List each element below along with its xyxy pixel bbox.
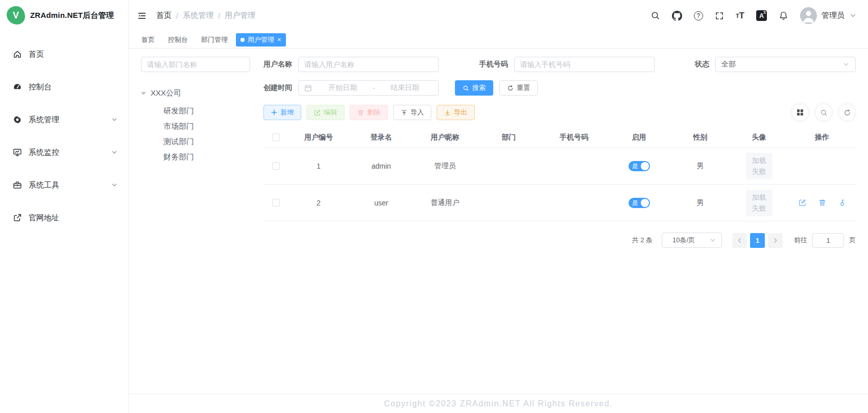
chevron-down-icon — [111, 116, 118, 123]
select-all-checkbox[interactable] — [272, 133, 280, 141]
app-title: ZRAdmin.NET后台管理 — [30, 11, 114, 20]
col-header-ops: 操作 — [788, 133, 856, 142]
sidebar-item-dashboard[interactable]: 控制台 — [0, 71, 128, 103]
enabled-toggle[interactable]: 是 — [629, 198, 650, 208]
refresh-button[interactable] — [838, 104, 856, 121]
cell-user-id: 2 — [288, 199, 349, 207]
export-button[interactable]: 导出 — [437, 105, 475, 120]
filter-row-1: 用户名称 手机号码 状态 全部 — [263, 57, 856, 72]
sidebar-item-label: 首页 — [29, 50, 44, 59]
close-icon[interactable]: × — [277, 36, 281, 43]
sidebar-item-home[interactable]: 首页 — [0, 38, 128, 71]
import-button[interactable]: 导入 — [393, 105, 431, 120]
tree-node-dept[interactable]: 市场部门 — [163, 122, 250, 130]
row-checkbox[interactable] — [272, 162, 280, 170]
table-toolbar: 新增 编辑 删除 导入 — [263, 104, 856, 121]
fullscreen-icon[interactable] — [715, 11, 724, 20]
sidebar-item-label: 控制台 — [29, 82, 52, 92]
total-count: 共 2 条 — [632, 236, 653, 245]
sidebar-item-label: 系统管理 — [29, 115, 59, 125]
avatar-load-failed: 加载 失败 — [746, 190, 773, 216]
page-size-select[interactable]: 10条/页 — [662, 233, 722, 248]
sidebar-item-system-tools[interactable]: 系统工具 — [0, 169, 128, 201]
tab-user-manage[interactable]: 用户管理 × — [236, 33, 286, 47]
tree-node-root[interactable]: XXX公司 — [141, 88, 250, 98]
page-unit-label: 页 — [849, 236, 856, 245]
search-icon[interactable] — [650, 11, 660, 20]
sidebar-item-label: 官网地址 — [29, 213, 59, 223]
add-button[interactable]: 新增 — [263, 105, 301, 120]
collapse-sidebar-icon[interactable] — [137, 11, 147, 21]
create-time-label: 创建时间 — [263, 83, 292, 93]
page-number-1[interactable]: 1 — [750, 233, 765, 248]
cell-login: admin — [349, 162, 413, 170]
help-icon[interactable]: ? — [694, 11, 703, 20]
col-header-phone: 手机号码 — [541, 133, 607, 142]
tab-home[interactable]: 首页 — [136, 33, 160, 47]
phone-input[interactable] — [514, 57, 655, 72]
language-icon[interactable]: A文 — [756, 10, 767, 21]
sidebar-item-label: 系统工具 — [29, 180, 59, 190]
breadcrumb-separator: / — [176, 11, 178, 20]
table-search-button[interactable] — [815, 104, 832, 121]
row-checkbox[interactable] — [272, 199, 280, 206]
external-link-icon — [13, 213, 22, 222]
prev-page-button[interactable] — [732, 233, 747, 248]
user-panel: 用户名称 手机号码 状态 全部 — [263, 57, 856, 394]
user-name-input[interactable] — [298, 57, 439, 72]
col-header-gender: 性别 — [671, 133, 730, 142]
tree-node-dept[interactable]: 财务部门 — [163, 152, 250, 161]
status-select[interactable]: 全部 — [715, 57, 856, 72]
start-date-placeholder: 开始日期 — [315, 83, 371, 93]
user-table: 用户编号 登录名 用户昵称 部门 手机号码 启用 性别 头像 操作 1 admi… — [263, 127, 856, 221]
sidebar-item-system-monitor[interactable]: 系统监控 — [0, 136, 128, 169]
chevron-down-icon — [111, 149, 118, 156]
date-range-picker[interactable]: 开始日期 - 结束日期 — [298, 80, 439, 96]
chevron-down-icon — [842, 61, 850, 68]
edit-button[interactable]: 编辑 — [306, 105, 345, 120]
tree-node-dept[interactable]: 测试部门 — [163, 137, 250, 146]
row-delete-icon[interactable] — [818, 199, 826, 206]
breadcrumb-current: 用户管理 — [225, 11, 255, 20]
tabs-bar: 首页 控制台 部门管理 用户管理 × — [129, 31, 868, 49]
chevron-down-icon — [849, 12, 857, 19]
reset-button[interactable]: 重置 — [499, 80, 538, 96]
tree-node-dept[interactable]: 研发部门 — [163, 106, 250, 115]
app-root: V ZRAdmin.NET后台管理 首页 控制台 系统管理 — [0, 0, 868, 413]
github-icon[interactable] — [672, 11, 682, 21]
cell-nickname: 管理员 — [413, 162, 477, 171]
row-edit-icon[interactable] — [799, 199, 806, 206]
breadcrumb-system[interactable]: 系统管理 — [183, 11, 213, 20]
active-dot-icon — [240, 38, 245, 42]
enabled-toggle[interactable]: 是 — [629, 161, 650, 171]
tab-dept-manage[interactable]: 部门管理 — [196, 33, 233, 47]
sidebar-item-system-manage[interactable]: 系统管理 — [0, 103, 128, 136]
dept-tree: XXX公司 研发部门 市场部门 测试部门 财务部门 — [141, 88, 250, 161]
row-actions — [799, 199, 846, 206]
cell-gender: 男 — [671, 162, 730, 171]
user-menu[interactable]: 管理员 — [800, 7, 857, 24]
columns-grid-button[interactable] — [791, 104, 809, 121]
table-header-row: 用户编号 登录名 用户昵称 部门 手机号码 启用 性别 头像 操作 — [263, 127, 856, 148]
delete-button[interactable]: 删除 — [350, 105, 388, 120]
row-reset-password-icon[interactable] — [838, 199, 846, 206]
monitor-icon — [13, 148, 22, 157]
goto-page-input[interactable] — [812, 233, 844, 248]
breadcrumb-home[interactable]: 首页 — [156, 11, 172, 20]
next-page-button[interactable] — [768, 233, 783, 248]
bell-icon[interactable] — [779, 11, 788, 20]
cell-user-id: 1 — [288, 162, 349, 170]
col-header-nickname: 用户昵称 — [413, 133, 477, 142]
date-separator: - — [371, 84, 377, 92]
tab-console[interactable]: 控制台 — [163, 33, 193, 47]
font-size-icon[interactable]: TT — [736, 11, 744, 21]
app-logo: V ZRAdmin.NET后台管理 — [0, 0, 128, 31]
cell-gender: 男 — [671, 198, 730, 208]
col-header-enabled: 启用 — [607, 133, 671, 142]
sidebar-item-official-site[interactable]: 官网地址 — [0, 201, 128, 234]
caret-down-icon — [141, 92, 146, 95]
dept-search-input[interactable] — [141, 57, 250, 72]
page-content: XXX公司 研发部门 市场部门 测试部门 财务部门 用户名称 — [129, 49, 868, 394]
sidebar: V ZRAdmin.NET后台管理 首页 控制台 系统管理 — [0, 0, 129, 413]
search-button[interactable]: 搜索 — [455, 80, 493, 96]
